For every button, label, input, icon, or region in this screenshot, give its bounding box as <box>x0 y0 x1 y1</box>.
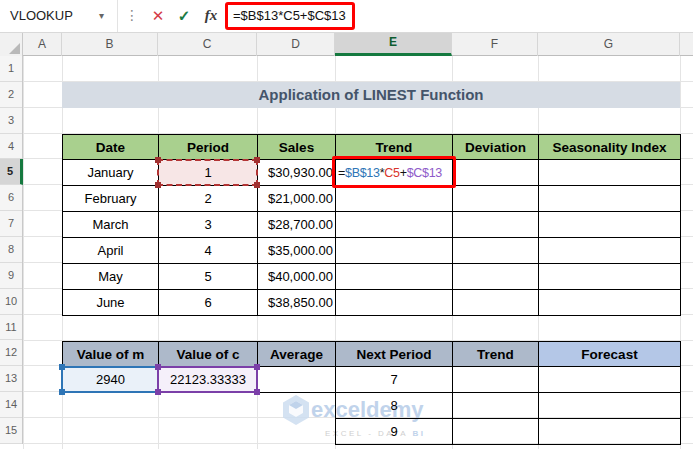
period-cell[interactable]: 3 <box>159 212 258 238</box>
date-cell[interactable]: February <box>63 186 159 212</box>
row-header-9[interactable]: 9 <box>0 263 22 289</box>
forecast-cell[interactable] <box>539 367 681 393</box>
row-header-1[interactable]: 1 <box>0 56 22 82</box>
row-header-4[interactable]: 4 <box>0 134 22 160</box>
row-header-12[interactable]: 12 <box>0 340 22 366</box>
period-cell[interactable]: 4 <box>159 238 258 264</box>
row-header-8[interactable]: 8 <box>0 237 22 263</box>
formula-bar-input[interactable]: =$B$13*C5+$C$13 <box>225 2 355 30</box>
seasonality-cell[interactable] <box>539 160 681 186</box>
enter-icon[interactable]: ✓ <box>172 0 196 32</box>
table2-header-next-period[interactable]: Next Period <box>336 342 453 368</box>
deviation-cell[interactable] <box>453 212 539 238</box>
table1-header-sales[interactable]: Sales <box>258 135 336 161</box>
trend-cell[interactable] <box>453 393 539 419</box>
sales-cell[interactable]: $28,700.00 <box>258 212 336 238</box>
table2-header-value-of-m[interactable]: Value of m <box>63 342 159 368</box>
range-handle-icon[interactable] <box>59 364 65 370</box>
range-handle-icon[interactable] <box>254 182 260 188</box>
sales-cell[interactable]: $30,930.00 <box>258 160 336 186</box>
row-header-13[interactable]: 13 <box>0 366 22 392</box>
forecast-cell[interactable] <box>539 393 681 419</box>
table1-header-deviation[interactable]: Deviation <box>453 135 539 161</box>
trend-cell[interactable] <box>336 264 453 290</box>
range-handle-icon[interactable] <box>155 182 161 188</box>
period-cell[interactable]: 2 <box>159 186 258 212</box>
row-header-14[interactable]: 14 <box>0 392 22 418</box>
sales-cell[interactable]: $40,000.00 <box>258 264 336 290</box>
row-header-3[interactable]: 3 <box>0 108 22 134</box>
range-handle-icon[interactable] <box>59 389 65 395</box>
trend-cell[interactable] <box>453 419 539 445</box>
range-handle-icon[interactable] <box>254 157 260 163</box>
column-header-c[interactable]: C <box>158 33 257 56</box>
deviation-cell[interactable] <box>453 160 539 186</box>
row-header-11[interactable]: 11 <box>0 315 22 341</box>
table2-header-trend[interactable]: Trend <box>453 342 539 368</box>
seasonality-cell[interactable] <box>539 264 681 290</box>
column-header-filler <box>680 33 693 56</box>
range-handle-icon[interactable] <box>254 389 260 395</box>
trend-cell[interactable] <box>336 212 453 238</box>
c5-reference-highlight <box>157 159 258 187</box>
range-handle-icon[interactable] <box>155 389 161 395</box>
deviation-cell[interactable] <box>453 264 539 290</box>
trend-cell[interactable] <box>336 186 453 212</box>
trend-cell[interactable] <box>336 238 453 264</box>
date-cell[interactable]: June <box>63 290 159 316</box>
next-period-cell[interactable]: 9 <box>336 419 453 445</box>
range-handle-icon[interactable] <box>155 364 161 370</box>
deviation-cell[interactable] <box>453 238 539 264</box>
table1-header-period[interactable]: Period <box>159 135 258 161</box>
row-header-15[interactable]: 15 <box>0 418 22 444</box>
table1-header-seasonality-index[interactable]: Seasonality Index <box>539 135 681 161</box>
range-handle-icon[interactable] <box>254 364 260 370</box>
next-period-cell[interactable]: 7 <box>336 367 453 393</box>
b13-reference-highlight <box>61 366 159 394</box>
row-header-2[interactable]: 2 <box>0 82 22 108</box>
next-period-cell[interactable]: 8 <box>336 393 453 419</box>
sales-cell[interactable]: $38,850.00 <box>258 290 336 316</box>
range-handle-icon[interactable] <box>155 157 161 163</box>
period-cell[interactable]: 6 <box>159 290 258 316</box>
deviation-cell[interactable] <box>453 186 539 212</box>
formula-toolbar: VLOOKUP ▾ ⋮ ✕ ✓ fx =$B$13*C5+$C$13 <box>0 0 693 33</box>
select-all-corner[interactable] <box>0 33 23 56</box>
column-header-f[interactable]: F <box>452 33 538 56</box>
row-header-6[interactable]: 6 <box>0 185 22 211</box>
name-box-chevron-down-icon[interactable]: ▾ <box>99 0 104 32</box>
table2-header-average[interactable]: Average <box>258 342 336 368</box>
seasonality-cell[interactable] <box>539 290 681 316</box>
exceldemy-logo-icon <box>281 393 311 427</box>
date-cell[interactable]: March <box>63 212 159 238</box>
cancel-icon[interactable]: ✕ <box>146 0 170 32</box>
column-header-g[interactable]: G <box>538 33 680 56</box>
row-header-10[interactable]: 10 <box>0 289 22 315</box>
seasonality-cell[interactable] <box>539 212 681 238</box>
sheet-title-cell[interactable]: Application of LINEST Function <box>62 82 680 108</box>
trend-cell[interactable] <box>453 367 539 393</box>
row-header-7[interactable]: 7 <box>0 211 22 237</box>
date-cell[interactable]: April <box>63 238 159 264</box>
sales-cell[interactable]: $35,000.00 <box>258 238 336 264</box>
period-cell[interactable]: 5 <box>159 264 258 290</box>
table2-header-forecast[interactable]: Forecast <box>539 342 681 368</box>
deviation-cell[interactable] <box>453 290 539 316</box>
forecast-cell[interactable] <box>539 419 681 445</box>
column-header-d[interactable]: D <box>257 33 335 56</box>
column-header-e-selected[interactable]: E <box>335 33 452 56</box>
trend-cell[interactable] <box>336 290 453 316</box>
sales-cell[interactable]: $21,000.00 <box>258 186 336 212</box>
column-header-b[interactable]: B <box>62 33 158 56</box>
table2-header-value-of-c[interactable]: Value of c <box>159 342 258 368</box>
row-header-5-selected[interactable]: 5 <box>0 159 23 185</box>
date-cell[interactable]: January <box>63 160 159 186</box>
seasonality-cell[interactable] <box>539 186 681 212</box>
seasonality-cell[interactable] <box>539 238 681 264</box>
date-cell[interactable]: May <box>63 264 159 290</box>
table1-header-date[interactable]: Date <box>63 135 159 161</box>
column-header-a[interactable]: A <box>23 33 62 56</box>
insert-function-icon[interactable]: fx <box>198 0 224 31</box>
kebab-menu-icon[interactable]: ⋮ <box>125 0 139 31</box>
average-cell[interactable] <box>258 367 336 393</box>
